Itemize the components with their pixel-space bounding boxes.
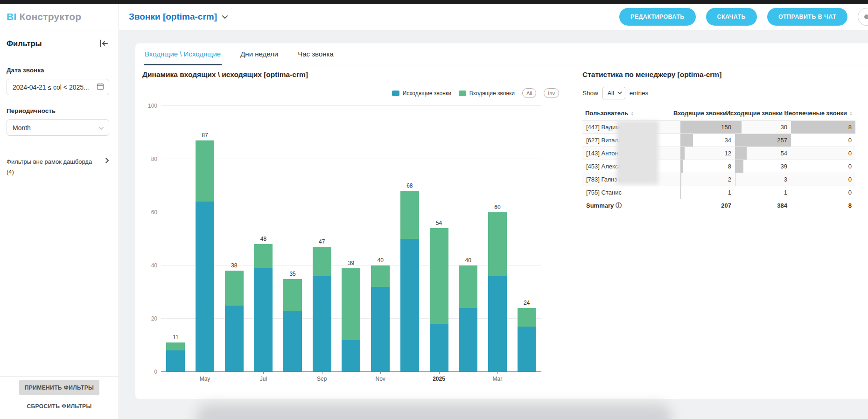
chevron-down-icon[interactable] — [222, 13, 228, 21]
missed-cell: 0 — [791, 134, 855, 147]
bar-segment-incoming[interactable] — [283, 279, 302, 311]
bar-segment-incoming[interactable] — [400, 191, 419, 239]
bar-segment-incoming[interactable] — [166, 342, 185, 350]
calendar-icon[interactable] — [97, 83, 104, 92]
dashboard-title-zone[interactable]: Звонки [optima-crm] — [119, 12, 228, 22]
filters-title: Фильтры — [7, 39, 42, 48]
bar-segment-outgoing[interactable] — [225, 306, 244, 372]
bar-segment-outgoing[interactable] — [430, 324, 448, 372]
sort-icon[interactable]: ▲▼ — [630, 111, 634, 116]
app-header: BIКонструктор Звонки [optima-crm] РЕДАКТ… — [0, 4, 868, 30]
bar-segment-incoming[interactable] — [518, 308, 536, 327]
bar-segment-incoming[interactable] — [254, 244, 273, 268]
y-tick-label: 60 — [139, 209, 157, 216]
bar-value-label: 24 — [524, 300, 530, 306]
outgoing-cell: 257 — [735, 134, 791, 147]
bar-segment-outgoing[interactable] — [488, 276, 507, 372]
bar-value-label: 35 — [289, 271, 295, 277]
send-to-chat-button[interactable]: ОТПРАВИТЬ В ЧАТ — [767, 8, 847, 26]
entries-select[interactable]: All — [602, 87, 625, 99]
top-strip — [0, 0, 868, 4]
bar-segment-outgoing[interactable] — [342, 340, 360, 372]
outgoing-cell: 30 — [735, 121, 791, 134]
period-filter-label: Периодичность — [7, 107, 109, 114]
outgoing-cell: 54 — [735, 147, 791, 160]
dashboard-card: Входящие \ ИсходящиеДни неделиЧас звонка… — [135, 43, 868, 399]
sort-icon[interactable]: ▲▼ — [849, 111, 853, 116]
x-tick-6 — [336, 372, 366, 382]
bar-segment-incoming[interactable] — [430, 228, 448, 324]
col-header-0[interactable]: Пользователь▲▼ — [582, 107, 680, 121]
content-area: Входящие \ ИсходящиеДни неделиЧас звонка… — [119, 30, 868, 419]
bar-segment-outgoing[interactable] — [371, 287, 390, 372]
incoming-cell: 1 — [680, 186, 735, 199]
bar-segment-incoming[interactable] — [371, 265, 390, 287]
col-header-2[interactable]: Исходящие звонки▲▼ — [735, 107, 791, 121]
period-select[interactable]: Month — [7, 119, 109, 136]
chart-title: Динамика входящих \ исходящих [optima-cr… — [142, 70, 308, 79]
col-header-3[interactable]: Неотвеченые звонки▲▼ — [791, 107, 855, 121]
bar-segment-outgoing[interactable] — [283, 311, 302, 372]
more-options-button[interactable] — [858, 8, 868, 26]
entries-label: entries — [630, 90, 649, 97]
bar-segment-outgoing[interactable] — [313, 276, 331, 372]
bar-segment-outgoing[interactable] — [166, 350, 185, 372]
external-filters-section[interactable]: Фильтры вне рамок дашборда (4) — [7, 157, 109, 175]
bar-segment-outgoing[interactable] — [400, 239, 419, 372]
collapse-sidebar-button[interactable] — [98, 39, 109, 48]
bar-segment-outgoing[interactable] — [459, 308, 477, 372]
bar-value-label: 60 — [494, 204, 500, 210]
apply-filters-button[interactable]: ПРИМЕНИТЬ ФИЛЬТРЫ — [19, 380, 99, 395]
bar-segment-incoming[interactable] — [342, 268, 360, 340]
x-tick-11: Mar — [483, 372, 512, 382]
download-button[interactable]: СКАЧАТЬ — [706, 8, 757, 26]
bar-slot-8: 68 — [395, 106, 425, 372]
bar-segment-outgoing[interactable] — [518, 327, 536, 372]
bar-segment-outgoing[interactable] — [196, 202, 214, 372]
bar-segment-incoming[interactable] — [459, 265, 477, 308]
missed-cell: 0 — [791, 186, 855, 199]
bar-segment-outgoing[interactable] — [254, 268, 273, 372]
reset-filters-button[interactable]: СБРОСИТЬ ФИЛЬТРЫ — [27, 403, 91, 410]
date-filter-input[interactable]: 2024-04-21 ≤ col < 2025... — [7, 79, 109, 95]
x-tick-0 — [161, 372, 190, 382]
bar-slot-10: 40 — [454, 106, 483, 372]
bar-segment-incoming[interactable] — [313, 247, 331, 276]
chevron-down-icon — [98, 124, 104, 132]
bar-segment-incoming[interactable] — [488, 212, 507, 276]
bar-value-label: 39 — [348, 260, 354, 266]
bar-slot-5: 47 — [307, 106, 336, 372]
tab-2[interactable]: Час звонка — [297, 50, 335, 65]
x-tickmark — [263, 372, 264, 374]
bar-slot-0: 11 — [161, 106, 190, 372]
bars-container: 11873848354739406854406024 — [161, 106, 541, 372]
edit-button[interactable]: РЕДАКТИРОВАТЬ — [619, 8, 696, 26]
legend-button-inv[interactable]: Inv — [544, 88, 559, 98]
bar-slot-12: 24 — [512, 106, 541, 372]
bar-slot-2: 38 — [219, 106, 249, 372]
bar-slot-11: 60 — [483, 106, 512, 372]
tab-0[interactable]: Входящие \ Исходящие — [144, 50, 222, 65]
logo-name: Конструктор — [19, 11, 81, 22]
bar-value-label: 47 — [319, 238, 325, 245]
stacked-bar-chart: 02040608010011873848354739406854406024 — [161, 106, 541, 372]
external-filters-label: Фильтры вне рамок дашборда — [7, 158, 92, 165]
legend-button-all[interactable]: All — [522, 88, 536, 98]
entries-select-value: All — [608, 90, 614, 97]
info-icon[interactable]: ⓘ — [616, 202, 622, 209]
brand-zone: BIКонструктор — [0, 4, 119, 30]
filters-sidebar: Фильтры Дата звонка 2024-04-21 ≤ col < 2… — [0, 30, 119, 419]
legend-item-1[interactable]: Входящие звонки — [459, 90, 515, 97]
legend-label: Исходящие звонки — [403, 90, 451, 97]
x-tick-4 — [278, 372, 308, 382]
tab-1[interactable]: Дни недели — [239, 50, 279, 65]
x-tick-12 — [512, 372, 541, 382]
period-select-value: Month — [13, 124, 31, 132]
dashboard-title[interactable]: Звонки [optima-crm] — [129, 12, 217, 22]
legend-item-0[interactable]: Исходящие звонки — [392, 90, 451, 97]
bar-segment-incoming[interactable] — [225, 271, 244, 305]
chevron-right-icon[interactable] — [105, 157, 109, 166]
bar-segment-incoming[interactable] — [196, 140, 214, 202]
incoming-cell: 34 — [680, 134, 735, 147]
logo-bi: BI — [7, 11, 16, 22]
